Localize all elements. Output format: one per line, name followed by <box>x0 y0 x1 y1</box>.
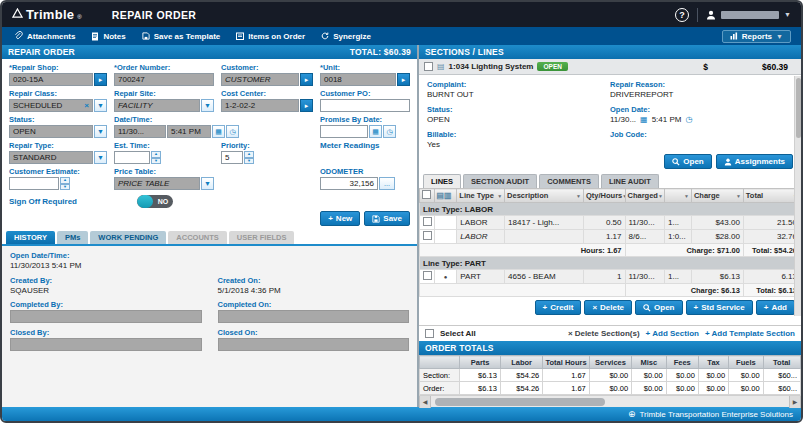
open-line-button[interactable]: Open <box>635 300 682 315</box>
tab-history[interactable]: HISTORY <box>6 231 55 244</box>
calendar-icon[interactable]: ▦ <box>369 125 382 138</box>
spin-down-icon[interactable]: ▼ <box>60 184 70 191</box>
horizontal-scrollbar[interactable]: ◀ ▶ <box>419 395 801 407</box>
vertical-scrollbar[interactable] <box>794 76 801 316</box>
line-row[interactable]: LABOR 18417 - Ligh... 0.50 11/30... 1...… <box>420 216 801 230</box>
select-all-label[interactable]: Select All <box>440 329 476 338</box>
time-input[interactable]: 5:41 PM <box>167 125 211 138</box>
spin-down-icon[interactable]: ▼ <box>244 158 254 165</box>
tab-section-audit[interactable]: SECTION AUDIT <box>463 174 537 188</box>
order-number-input[interactable]: 700247 <box>114 73 214 86</box>
promise-date-input[interactable] <box>320 125 368 138</box>
section-checkbox[interactable] <box>424 62 433 71</box>
select-all-sections-checkbox[interactable] <box>425 329 434 338</box>
open-section-button[interactable]: Open <box>664 154 711 169</box>
add-template-section-link[interactable]: +Add Template Section <box>705 329 795 338</box>
field-order-number: *Order Number: 700247 <box>114 63 214 86</box>
reports-button[interactable]: Reports ▼ <box>722 30 791 43</box>
std-service-button[interactable]: +Std Service <box>686 300 753 315</box>
tab-comments[interactable]: COMMENTS <box>539 174 599 188</box>
section-list-item[interactable]: ▤ 1:034 Lighting System OPEN $ $60.39 <box>419 59 801 75</box>
menu-save-as-template[interactable]: Save as Template <box>134 27 229 45</box>
tab-pms[interactable]: PMs <box>57 231 88 244</box>
cost-center-input[interactable]: 1-2-02-2 <box>221 99 299 112</box>
odometer-input[interactable]: 32,156 <box>320 177 378 190</box>
help-icon[interactable]: ? <box>675 8 689 22</box>
priority-stepper[interactable]: ▲▼ <box>244 151 254 164</box>
add-section-link[interactable]: +Add Section <box>646 329 699 338</box>
save-button[interactable]: Save <box>364 211 410 226</box>
view-grid-icon[interactable]: ▥ <box>444 191 452 200</box>
cost-center-lookup-icon[interactable]: ▸ <box>300 99 313 112</box>
part-group-row[interactable]: Line Type: PART <box>420 257 801 270</box>
status-input[interactable]: OPEN <box>9 125 93 138</box>
repair-type-dropdown-icon[interactable]: ▼ <box>94 151 107 164</box>
labor-group-row[interactable]: Line Type: LABOR <box>420 203 801 216</box>
odometer-more-button[interactable]: ... <box>379 177 395 190</box>
customer-po-input[interactable] <box>320 99 410 112</box>
tab-line-audit[interactable]: LINE AUDIT <box>601 174 659 188</box>
tab-accounts[interactable]: ACCOUNTS <box>168 231 227 244</box>
complaint-value: BURNT OUT <box>427 90 610 99</box>
line-checkbox[interactable] <box>423 231 432 240</box>
delete-sections-link[interactable]: ×Delete Section(s) <box>568 329 640 338</box>
view-list-icon[interactable]: ▤ <box>437 191 445 200</box>
sign-off-toggle[interactable]: NO <box>137 195 173 208</box>
clear-icon[interactable]: × <box>84 101 89 110</box>
delete-line-button[interactable]: ×Delete <box>584 300 632 315</box>
repair-site-input[interactable]: FACILITY <box>114 99 200 112</box>
tab-user-fields[interactable]: USER FIELDS <box>229 231 295 244</box>
price-table-input[interactable]: PRICE TABLE <box>114 177 200 190</box>
menu-notes[interactable]: Notes <box>83 27 133 45</box>
line-row[interactable]: LABOR 1.17 8/6... 1:0... $28.00 32.76 <box>420 230 801 244</box>
customer-lookup-icon[interactable]: ▸ <box>300 73 313 86</box>
tab-work-pending[interactable]: WORK PENDING <box>90 231 166 244</box>
customer-estimate-stepper[interactable]: ▲▼ <box>60 177 70 190</box>
col-charged[interactable]: Charged▼ <box>625 189 664 203</box>
customer-estimate-input[interactable] <box>9 177 59 190</box>
repair-class-dropdown-icon[interactable]: ▼ <box>94 99 107 112</box>
col-charge[interactable]: Charge▼ <box>691 189 743 203</box>
line-row[interactable]: ● PART 4656 - BEAM 1 11/30... 1... $6.13… <box>420 270 801 284</box>
assignments-button[interactable]: Assignments <box>716 154 793 169</box>
credit-button[interactable]: +Credit <box>535 300 582 315</box>
repair-shop-input[interactable]: 020-15A <box>9 73 93 86</box>
line-checkbox[interactable] <box>423 271 432 280</box>
select-all-lines-checkbox[interactable] <box>422 190 431 199</box>
add-line-button[interactable]: +Add <box>756 300 795 315</box>
menu-attachments[interactable]: Attachments <box>6 27 83 45</box>
col-line-type[interactable]: Line Type▼ <box>457 189 505 203</box>
scrollbar-thumb[interactable] <box>796 78 801 138</box>
priority-input[interactable]: 5 <box>221 151 243 164</box>
est-time-input[interactable] <box>114 151 150 164</box>
price-table-dropdown-icon[interactable]: ▼ <box>201 177 214 190</box>
col-description[interactable]: Description▼ <box>505 189 584 203</box>
repair-shop-lookup-icon[interactable]: ▸ <box>94 73 107 86</box>
scrollbar-thumb[interactable] <box>435 398 605 406</box>
menu-items-on-order[interactable]: Items on Order <box>228 27 313 45</box>
hours-label: Hours: <box>581 246 605 255</box>
repair-class-input[interactable]: SCHEDULED× <box>9 99 93 112</box>
scroll-right-icon[interactable]: ▶ <box>789 396 801 408</box>
repair-site-dropdown-icon[interactable]: ▼ <box>201 99 214 112</box>
status-dropdown-icon[interactable]: ▼ <box>94 125 107 138</box>
col-total[interactable]: Total▼ <box>743 189 800 203</box>
calendar-icon[interactable]: ▦ <box>212 125 225 138</box>
user-menu[interactable]: ▼ <box>706 10 791 20</box>
new-button[interactable]: +New <box>320 211 360 226</box>
spin-down-icon[interactable]: ▼ <box>151 158 161 165</box>
col-qty-hours[interactable]: Qty/Hours▼ <box>584 189 626 203</box>
menu-synergize[interactable]: Synergize <box>313 27 379 45</box>
customer-input[interactable]: CUSTOMER <box>221 73 299 86</box>
unit-lookup-icon[interactable]: ▸ <box>397 73 410 86</box>
clock-icon[interactable]: ◷ <box>383 125 396 138</box>
unit-input[interactable]: 0018 <box>320 73 396 86</box>
clock-icon[interactable]: ◷ <box>226 125 239 138</box>
line-checkbox[interactable] <box>423 217 432 226</box>
date-input[interactable]: 11/30... <box>114 125 166 138</box>
col-charged-time[interactable]: ▼ <box>664 189 691 203</box>
scroll-left-icon[interactable]: ◀ <box>419 396 431 408</box>
repair-type-input[interactable]: STANDARD <box>9 151 93 164</box>
est-time-stepper[interactable]: ▲▼ <box>151 151 161 164</box>
tab-lines[interactable]: LINES <box>423 174 461 188</box>
